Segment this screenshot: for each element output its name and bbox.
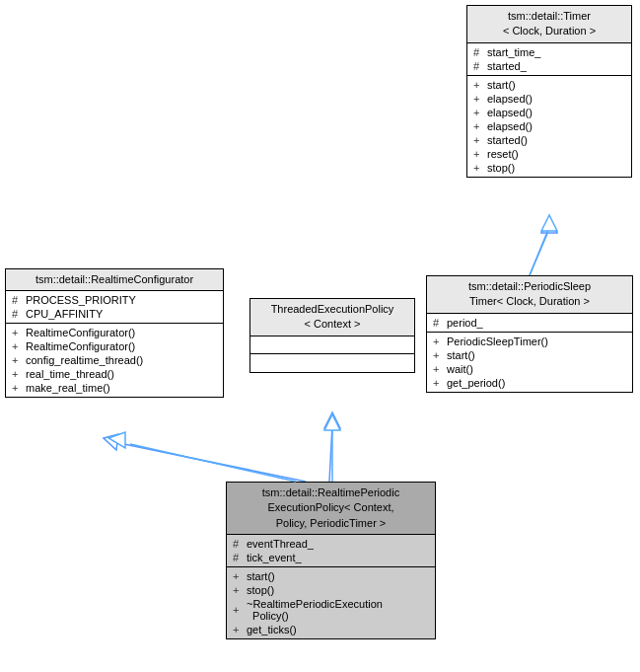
svg-line-4 (329, 424, 332, 482)
svg-marker-3 (104, 434, 118, 450)
timer-box: tsm::detail::Timer< Clock, Duration > #s… (466, 5, 632, 178)
svg-marker-5 (324, 412, 340, 428)
timer-title: tsm::detail::Timer< Clock, Duration > (467, 6, 631, 43)
svg-line-8 (130, 444, 296, 482)
svg-line-2 (114, 442, 306, 482)
periodic-sleep-attributes: #period_ (427, 314, 632, 333)
svg-marker-1 (541, 217, 557, 233)
periodic-sleep-timer-box: tsm::detail::PeriodicSleepTimer< Clock, … (426, 275, 633, 393)
svg-marker-9 (108, 432, 125, 448)
realtime-configurator-box: tsm::detail::RealtimeConfigurator #PROCE… (5, 268, 224, 398)
realtime-periodic-title: tsm::detail::RealtimePeriodicExecutionPo… (227, 483, 435, 535)
periodic-sleep-title: tsm::detail::PeriodicSleepTimer< Clock, … (427, 276, 632, 314)
svg-marker-11 (324, 414, 340, 430)
threaded-execution-box: ThreadedExecutionPolicy< Context > (249, 298, 415, 373)
threaded-execution-title: ThreadedExecutionPolicy< Context > (250, 299, 414, 336)
realtime-configurator-methods: +RealtimeConfigurator() +RealtimeConfigu… (6, 324, 223, 397)
periodic-sleep-methods: +PeriodicSleepTimer() +start() +wait() +… (427, 333, 632, 392)
svg-line-0 (530, 229, 549, 275)
threaded-execution-methods (250, 354, 414, 372)
diagram-container: tsm::detail::Timer< Clock, Duration > #s… (0, 0, 640, 672)
realtime-periodic-attributes: #eventThread_ #tick_event_ (227, 535, 435, 567)
realtime-configurator-title: tsm::detail::RealtimeConfigurator (6, 269, 223, 291)
realtime-periodic-box: tsm::detail::RealtimePeriodicExecutionPo… (226, 482, 436, 639)
svg-marker-7 (541, 215, 557, 231)
timer-attributes: #start_time_ #started_ (467, 43, 631, 76)
realtime-periodic-methods: +start() +stop() +~RealtimePeriodicExecu… (227, 567, 435, 638)
timer-methods: +start() +elapsed() +elapsed() +elapsed(… (467, 76, 631, 177)
threaded-execution-attributes (250, 336, 414, 354)
svg-line-6 (530, 227, 549, 275)
realtime-configurator-attributes: #PROCESS_PRIORITY #CPU_AFFINITY (6, 291, 223, 324)
